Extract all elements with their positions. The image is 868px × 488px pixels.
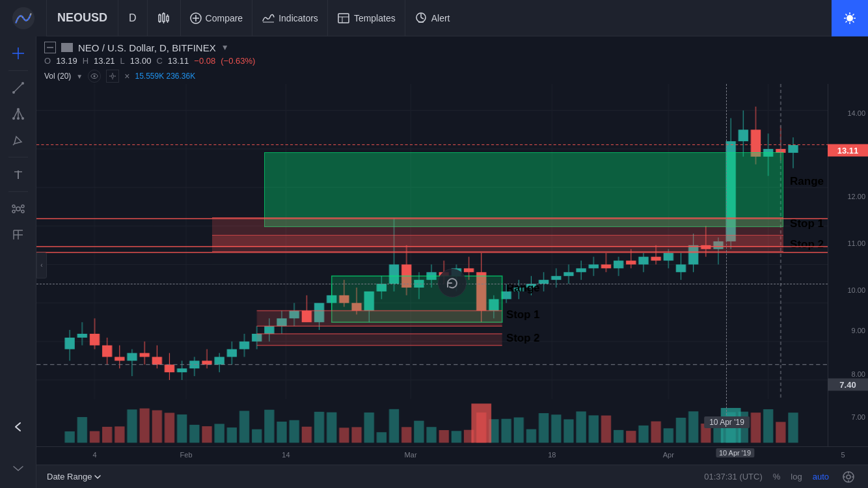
price-label-7: 7.00 — [852, 413, 865, 421]
x-label-4: 4 — [92, 451, 96, 459]
back-button[interactable] — [5, 415, 31, 439]
price-label-14: 14.00 — [847, 109, 865, 117]
svg-line-26 — [846, 14, 847, 15]
price-label-11: 11.00 — [847, 239, 865, 247]
svg-line-32 — [14, 83, 23, 92]
current-price-tag: 13.11 — [828, 144, 868, 157]
scroll-left-button[interactable]: ‹ — [36, 252, 47, 278]
stop2-label: Stop 2 — [790, 238, 824, 251]
logo[interactable] — [0, 0, 47, 36]
svg-rect-4 — [163, 14, 165, 21]
svg-rect-7 — [167, 16, 169, 21]
chart-container: NEO / U.S. Dollar, D, BITFINEX ▼ O 13.19… — [36, 36, 868, 488]
svg-line-28 — [852, 14, 854, 15]
svg-rect-14 — [338, 14, 349, 23]
svg-point-45 — [16, 207, 20, 211]
sidebar-divider-3 — [8, 191, 28, 192]
x-label-14: 14 — [282, 451, 290, 459]
sidebar-divider-2 — [8, 157, 28, 157]
price-label-10: 10.00 — [847, 286, 865, 294]
svg-point-21 — [847, 15, 853, 21]
svg-rect-59 — [61, 43, 73, 52]
chart-title-caret[interactable]: ▼ — [221, 43, 229, 52]
chart-title: NEO / U.S. Dollar, D, BITFINEX — [78, 42, 216, 53]
percent-button[interactable]: % — [773, 472, 781, 481]
price-axis: 14.00 13.00 12.00 11.00 10.00 9.00 8.00 … — [828, 84, 868, 446]
x-axis: 4 Feb 14 Mar 18 Apr 10 Apr '19 5 — [36, 446, 868, 465]
symbol-display[interactable]: NEOUSD — [47, 0, 118, 36]
sidebar-divider-1 — [8, 70, 28, 71]
volume-label: Vol (20) — [44, 72, 71, 81]
left-sidebar — [0, 36, 36, 488]
crosshair-tool[interactable] — [5, 42, 31, 65]
volume-settings-button[interactable] — [106, 70, 119, 83]
svg-point-39 — [17, 117, 20, 120]
svg-line-42 — [13, 144, 14, 145]
chart-header: NEO / U.S. Dollar, D, BITFINEX ▼ O 13.19… — [36, 36, 868, 68]
svg-line-29 — [846, 21, 847, 22]
volume-row: Vol (20) ▼ × 15.559K — [36, 68, 868, 84]
svg-point-61 — [94, 75, 96, 77]
stop1-label: Stop 1 — [790, 217, 824, 230]
chart-canvas[interactable]: ‹ Range Stop 1 Stop 2 1 — [36, 84, 868, 446]
svg-point-49 — [21, 210, 24, 213]
pen-tool[interactable] — [5, 128, 31, 152]
bottom-bar: Date Range 01:37:31 (UTC) % log auto — [36, 465, 868, 488]
svg-point-41 — [17, 108, 20, 111]
x-label-5: 5 — [841, 451, 845, 459]
svg-point-34 — [21, 82, 24, 85]
volume-close-button[interactable]: × — [124, 71, 129, 81]
volume-values: 15.559K 236.36K — [135, 72, 195, 81]
price-label-12: 12.00 — [847, 193, 865, 200]
log-button[interactable]: log — [791, 472, 802, 481]
svg-point-47 — [21, 205, 24, 208]
indicators-button[interactable]: Indicators — [252, 0, 328, 36]
theme-toggle[interactable] — [832, 0, 868, 36]
chevron-down-icon[interactable] — [5, 457, 31, 480]
volume-caret[interactable]: ▼ — [76, 73, 83, 80]
svg-point-46 — [12, 205, 15, 208]
dashed-price-tag: 7.40 — [828, 378, 868, 390]
x-label-apr: Apr — [663, 451, 674, 459]
line-tool[interactable] — [5, 76, 31, 100]
templates-button[interactable]: Templates — [328, 0, 405, 36]
chart-type-button[interactable] — [148, 0, 181, 36]
minimize-box[interactable] — [44, 42, 56, 53]
symbol-flag — [61, 43, 73, 52]
svg-line-27 — [852, 21, 854, 22]
bottom-time: 01:37:31 (UTC) — [704, 472, 763, 481]
range-label: Range — [790, 175, 824, 188]
bottom-settings-button[interactable] — [839, 468, 858, 486]
svg-rect-1 — [159, 15, 161, 21]
volume-eye-button[interactable] — [88, 70, 101, 83]
x-label-mar: Mar — [405, 451, 417, 459]
svg-line-35 — [14, 109, 18, 118]
text-tool[interactable] — [5, 163, 31, 186]
svg-point-33 — [12, 91, 15, 94]
date-range-button[interactable]: Date Range — [47, 472, 101, 481]
compare-button[interactable]: Compare — [181, 0, 253, 36]
multi-tool[interactable] — [5, 223, 31, 247]
fork-tool[interactable] — [5, 102, 31, 126]
price-label-9: 9.00 — [852, 327, 865, 334]
svg-point-62 — [111, 75, 114, 77]
main-area: NEO / U.S. Dollar, D, BITFINEX ▼ O 13.19… — [0, 36, 868, 488]
svg-point-38 — [12, 117, 15, 120]
reload-button[interactable] — [438, 269, 467, 297]
timeframe-selector[interactable]: D — [118, 0, 148, 36]
ohlc-row: O 13.19 H 13.21 L 13.00 C 13.11 −0.08 (−… — [44, 56, 860, 66]
x-label-feb: Feb — [180, 451, 193, 459]
price-label-8: 8.00 — [852, 370, 865, 378]
auto-button[interactable]: auto — [813, 472, 829, 481]
alert-button[interactable]: Alert — [405, 0, 459, 36]
svg-point-68 — [847, 475, 850, 479]
toolbar: NEOUSD D Compare Indicators — [0, 0, 868, 36]
x-label-10apr: 10 Apr '19 — [716, 448, 754, 457]
svg-point-40 — [21, 117, 24, 120]
node-tool[interactable] — [5, 197, 31, 221]
svg-point-48 — [12, 210, 15, 213]
x-label-18: 18 — [548, 451, 556, 459]
svg-line-19 — [421, 18, 424, 19]
svg-line-36 — [18, 109, 23, 118]
